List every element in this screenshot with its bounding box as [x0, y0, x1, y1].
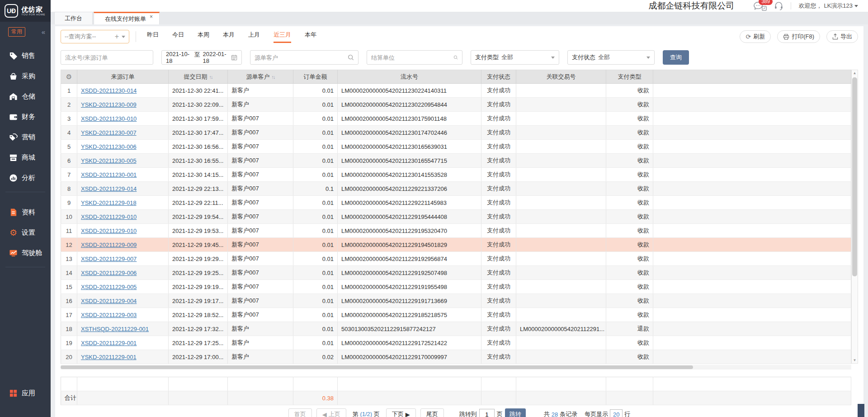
col-header-pay-type[interactable]: 支付类型: [606, 70, 653, 84]
sidebar-item-sales[interactable]: 销售: [0, 46, 51, 66]
tab-workbench[interactable]: 工作台: [54, 12, 93, 24]
pay-status-select[interactable]: 支付状态 全部: [567, 50, 655, 65]
collapse-sidebar-icon[interactable]: «: [42, 28, 45, 36]
source-order-link[interactable]: YSKD-20211230-009: [81, 101, 137, 108]
col-header-source-order[interactable]: 来源订单: [77, 70, 169, 84]
source-order-link[interactable]: XSDD-20211229-001: [81, 340, 137, 346]
pay-type-select[interactable]: 支付类型 全部: [471, 50, 559, 65]
table-row[interactable]: 18XSTHSQD-20211229-0012021-12-29 17:32..…: [61, 322, 851, 336]
table-row[interactable]: 2YSKD-20211230-0092021-12-30 22:09...新客户…: [61, 98, 851, 112]
column-settings-button[interactable]: ⚙: [61, 70, 77, 84]
favorites-label[interactable]: 常用: [8, 27, 25, 37]
col-header-order-amount[interactable]: 订单金额: [293, 70, 338, 84]
date-filter-this-week[interactable]: 本周: [198, 31, 209, 43]
date-filter-last-3-months[interactable]: 近三月: [274, 31, 291, 43]
source-order-link[interactable]: XSDD-20211229-005: [81, 284, 137, 290]
table-row[interactable]: 15XSDD-20211229-0052021-12-29 19:19...新客…: [61, 280, 851, 294]
keyword-input[interactable]: [65, 54, 149, 61]
table-row[interactable]: 19XSDD-20211229-0012021-12-29 17:25...新客…: [61, 336, 851, 350]
date-filter-today[interactable]: 今日: [172, 31, 184, 43]
table-row[interactable]: 6YSKD-20211230-0052021-12-30 16:55...新客户…: [61, 154, 851, 168]
sidebar-item-purchase[interactable]: 采购: [0, 66, 51, 86]
calendar-icon[interactable]: [231, 54, 237, 61]
table-row[interactable]: 13XSDD-20211229-0072021-12-29 19:29...新客…: [61, 252, 851, 266]
table-row[interactable]: 1XSDD-20211230-0142021-12-30 22:41...新客户…: [61, 84, 851, 98]
date-range-field[interactable]: 2021-10-18 至 2022-01-18: [161, 50, 242, 65]
sort-icon[interactable]: ↑↓: [209, 74, 212, 80]
source-order-link[interactable]: XSTHSQD-20211229-001: [81, 326, 149, 332]
source-order-link[interactable]: YSKD-20211229-018: [81, 199, 137, 206]
source-order-link[interactable]: XSDD-20211229-003: [81, 312, 137, 318]
table-row[interactable]: 10XSDD-20211229-0102021-12-29 19:54...新客…: [61, 210, 851, 224]
date-filter-yesterday[interactable]: 昨日: [147, 31, 159, 43]
date-filter-last-month[interactable]: 上月: [248, 31, 260, 43]
scroll-down-icon[interactable]: ▼: [852, 358, 858, 362]
sidebar-item-analytics[interactable]: 分析: [0, 168, 51, 188]
scrollbar-thumb[interactable]: [61, 365, 693, 369]
table-row[interactable]: 20YSKD-20211229-0012021-12-29 17:00...新客…: [61, 350, 851, 364]
source-order-link[interactable]: YSKD-20211230-007: [81, 129, 137, 136]
source-order-link[interactable]: XSDD-20211230-010: [81, 115, 137, 122]
close-tab-icon[interactable]: ×: [150, 14, 153, 20]
search-icon[interactable]: [348, 54, 354, 61]
source-customer-input[interactable]: [255, 54, 345, 61]
source-order-link[interactable]: XSDD-20211229-009: [81, 242, 137, 248]
query-plan-select[interactable]: --查询方案-- +: [61, 30, 129, 43]
source-order-link[interactable]: XSDD-20211229-010: [81, 227, 137, 234]
sidebar-item-marketing[interactable]: 营销: [0, 127, 51, 147]
source-order-link[interactable]: XSDD-20211229-007: [81, 256, 137, 262]
support-button[interactable]: [774, 1, 783, 10]
table-row[interactable]: 9YSKD-20211229-0182021-12-29 22:11...新客户…: [61, 196, 851, 210]
add-plan-icon[interactable]: +: [115, 33, 119, 41]
sidebar-item-warehouse[interactable]: 仓储: [0, 86, 51, 107]
source-order-link[interactable]: XSDD-20211229-006: [81, 270, 137, 276]
sidebar-item-cockpit[interactable]: 驾驶舱: [0, 243, 51, 263]
per-page-input[interactable]: 20: [610, 409, 623, 417]
table-row[interactable]: 4YSKD-20211230-0072021-12-30 17:47...新客户…: [61, 126, 851, 140]
jump-button[interactable]: 跳转: [505, 408, 526, 417]
settle-unit-field[interactable]: [367, 50, 462, 65]
source-order-link[interactable]: XSDD-20211229-004: [81, 298, 137, 304]
messages-button[interactable]: 389: [753, 1, 767, 11]
sidebar-item-apps[interactable]: 应用: [0, 383, 51, 403]
table-row[interactable]: 17XSDD-20211229-0032021-12-29 18:52...新客…: [61, 308, 851, 322]
settle-unit-input[interactable]: [371, 54, 451, 61]
source-order-link[interactable]: XSDD-20211229-010: [81, 213, 137, 220]
source-customer-field[interactable]: [250, 50, 359, 65]
sort-icon[interactable]: ↑↓: [272, 74, 275, 80]
table-row[interactable]: 14XSDD-20211229-0062021-12-29 19:25...新客…: [61, 266, 851, 280]
col-header-related-transaction[interactable]: 关联交易号: [516, 70, 606, 84]
source-order-link[interactable]: YSKD-20211229-001: [81, 354, 137, 360]
print-button[interactable]: 打印(F8): [777, 30, 820, 43]
table-row[interactable]: 8XSDD-20211229-0142021-12-29 22:13...新客户…: [61, 182, 851, 196]
sidebar-item-mall[interactable]: 商城: [0, 147, 51, 168]
search-button[interactable]: 查询: [663, 50, 689, 65]
col-header-flow-number[interactable]: 流水号: [338, 70, 481, 84]
scroll-up-icon[interactable]: ▲: [852, 71, 858, 75]
jump-page-input[interactable]: [479, 409, 495, 417]
sidebar-item-finance[interactable]: 财务: [0, 107, 51, 127]
source-order-link[interactable]: XSDD-20211230-001: [81, 171, 137, 178]
horizontal-scrollbar[interactable]: [61, 365, 851, 370]
source-order-link[interactable]: YSKD-20211230-005: [81, 157, 137, 164]
keyword-field[interactable]: [61, 50, 153, 65]
table-row[interactable]: 12XSDD-20211229-0092021-12-29 19:45...新客…: [61, 238, 851, 252]
source-order-link[interactable]: YSKD-20211230-006: [81, 143, 137, 150]
vertical-scrollbar[interactable]: ▲ ▼: [851, 70, 858, 364]
table-row[interactable]: 5YSKD-20211230-0062021-12-30 16:56...新客户…: [61, 140, 851, 154]
next-page-button[interactable]: 下页▶: [386, 408, 416, 417]
last-page-button[interactable]: 尾页: [420, 408, 444, 417]
scrollbar-thumb[interactable]: [852, 77, 857, 276]
col-header-source-customer[interactable]: 源单客户↑↓: [228, 70, 293, 84]
tab-online-payment-statement[interactable]: 在线支付对账单 ×: [94, 12, 160, 24]
col-header-pay-status[interactable]: 支付状态: [481, 70, 516, 84]
table-row[interactable]: 7XSDD-20211230-0012021-12-30 14:15...新客户…: [61, 168, 851, 182]
refresh-button[interactable]: ⟳ 刷新: [740, 30, 771, 43]
source-order-link[interactable]: XSDD-20211229-014: [81, 185, 137, 192]
sidebar-item-data[interactable]: 资料: [0, 202, 51, 223]
source-order-link[interactable]: XSDD-20211230-014: [81, 87, 137, 94]
prev-page-button[interactable]: ◀上页: [316, 408, 346, 417]
page-scrollbar-thumb[interactable]: [858, 404, 864, 417]
date-filter-this-year[interactable]: 本年: [305, 31, 316, 43]
first-page-button[interactable]: 首页: [288, 408, 312, 417]
